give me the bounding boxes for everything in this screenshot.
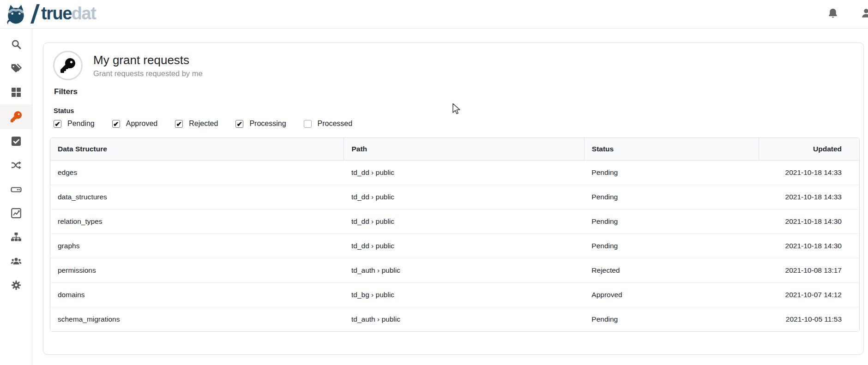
cell-data-structure: edges bbox=[50, 161, 344, 185]
user-menu-button[interactable] bbox=[860, 7, 868, 21]
topbar-actions bbox=[827, 0, 868, 29]
page-title: My grant requests bbox=[93, 53, 203, 67]
status-filter-row: ✔Pending✔Approved✔Rejected✔ProcessingPro… bbox=[54, 120, 863, 128]
sidebar-item-users[interactable] bbox=[0, 249, 32, 273]
checkbox-empty[interactable] bbox=[304, 120, 312, 128]
column-header-data-structure: Data Structure bbox=[50, 138, 344, 161]
cell-status: Pending bbox=[584, 185, 759, 209]
cell-path: td_auth › public bbox=[344, 258, 584, 283]
table-head: Data StructurePathStatusUpdated bbox=[50, 138, 859, 161]
cell-data-structure: domains bbox=[50, 283, 344, 307]
brand-wordmark: truedat bbox=[41, 5, 96, 24]
checkmark-icon[interactable]: ✔ bbox=[235, 120, 243, 128]
cell-updated: 2021-10-05 11:53 bbox=[759, 307, 859, 332]
sidebar-item-analytics[interactable] bbox=[0, 201, 32, 225]
cell-updated: 2021-10-18 14:33 bbox=[759, 161, 859, 185]
cell-path: td_bg › public bbox=[344, 283, 584, 307]
sidebar-item-structures[interactable] bbox=[0, 225, 32, 249]
truedat-logo[interactable]: truedat bbox=[5, 4, 96, 25]
cell-status: Pending bbox=[584, 234, 759, 258]
cell-status: Pending bbox=[584, 209, 759, 234]
table-row[interactable]: domainstd_bg › publicApproved2021-10-07 … bbox=[50, 283, 859, 307]
table-row[interactable]: edgestd_dd › publicPending2021-10-18 14:… bbox=[50, 161, 859, 185]
filters-label: Filters bbox=[54, 87, 863, 96]
top-bar: truedat bbox=[0, 0, 868, 29]
content-area: My grant requests Grant requests request… bbox=[32, 29, 868, 365]
cell-updated: 2021-10-08 13:17 bbox=[759, 258, 859, 283]
page-header-text: My grant requests Grant requests request… bbox=[93, 53, 203, 78]
sidebar-item-grants[interactable] bbox=[0, 104, 32, 129]
main-layout: My grant requests Grant requests request… bbox=[0, 29, 868, 365]
key-icon bbox=[60, 58, 75, 73]
chart-line-icon bbox=[11, 208, 22, 219]
sidebar-item-sources[interactable] bbox=[0, 177, 32, 201]
owl-logo-icon bbox=[5, 4, 28, 25]
cell-updated: 2021-10-18 14:30 bbox=[759, 234, 859, 258]
check-square-icon bbox=[11, 136, 22, 147]
table-row[interactable]: data_structurestd_dd › publicPending2021… bbox=[50, 185, 859, 209]
sitemap-icon bbox=[11, 232, 22, 243]
cell-status: Rejected bbox=[584, 258, 759, 283]
table-row[interactable]: schema_migrationstd_auth › publicPending… bbox=[50, 307, 859, 332]
drive-icon bbox=[11, 184, 22, 195]
column-header-status: Status bbox=[584, 138, 759, 161]
slash-glyph bbox=[30, 4, 40, 24]
page-header: My grant requests Grant requests request… bbox=[43, 43, 863, 80]
sidebar bbox=[0, 29, 32, 365]
cell-path: td_dd › public bbox=[344, 234, 584, 258]
cell-status: Pending bbox=[584, 307, 759, 332]
table-row[interactable]: relation_typestd_dd › publicPending2021-… bbox=[50, 209, 859, 234]
notifications-button[interactable] bbox=[827, 7, 839, 21]
cell-data-structure: relation_types bbox=[50, 209, 344, 234]
column-header-path: Path bbox=[344, 138, 584, 161]
cell-data-structure: schema_migrations bbox=[50, 307, 344, 332]
status-filter-pending[interactable]: ✔Pending bbox=[54, 120, 95, 128]
status-filter-approved[interactable]: ✔Approved bbox=[112, 120, 158, 128]
cell-updated: 2021-10-07 14:12 bbox=[759, 283, 859, 307]
checkmark-icon[interactable]: ✔ bbox=[54, 120, 61, 128]
checkmark-icon[interactable]: ✔ bbox=[112, 120, 120, 128]
cell-path: td_dd › public bbox=[344, 161, 584, 185]
sidebar-item-glossary[interactable] bbox=[0, 56, 32, 80]
status-filter-processing[interactable]: ✔Processing bbox=[235, 120, 286, 128]
tags-icon bbox=[11, 63, 22, 74]
table-row[interactable]: permissionstd_auth › publicRejected2021-… bbox=[50, 258, 859, 283]
status-filter-processed[interactable]: Processed bbox=[304, 120, 353, 128]
users-icon bbox=[11, 256, 22, 267]
table-body: edgestd_dd › publicPending2021-10-18 14:… bbox=[50, 161, 859, 332]
sidebar-item-settings[interactable] bbox=[0, 273, 32, 297]
shuffle-icon bbox=[11, 160, 22, 171]
cell-data-structure: permissions bbox=[50, 258, 344, 283]
cell-path: td_auth › public bbox=[344, 307, 584, 332]
sidebar-item-quality[interactable] bbox=[0, 129, 32, 153]
cell-status: Approved bbox=[584, 283, 759, 307]
table-row[interactable]: graphstd_dd › publicPending2021-10-18 14… bbox=[50, 234, 859, 258]
sidebar-item-search[interactable] bbox=[0, 32, 32, 56]
grant-requests-card: My grant requests Grant requests request… bbox=[43, 42, 864, 355]
status-filter-rejected[interactable]: ✔Rejected bbox=[175, 120, 218, 128]
search-icon bbox=[11, 39, 22, 50]
cell-path: td_dd › public bbox=[344, 209, 584, 234]
cell-status: Pending bbox=[584, 161, 759, 185]
cell-updated: 2021-10-18 14:33 bbox=[759, 185, 859, 209]
cell-updated: 2021-10-18 14:30 bbox=[759, 209, 859, 234]
user-icon bbox=[860, 7, 868, 19]
grid-icon bbox=[11, 87, 22, 98]
status-filter-label: Status bbox=[54, 107, 863, 114]
sidebar-item-lineage[interactable] bbox=[0, 153, 32, 177]
page-header-avatar bbox=[53, 51, 83, 80]
checkmark-icon[interactable]: ✔ bbox=[175, 120, 183, 128]
grant-requests-table: Data StructurePathStatusUpdated edgestd_… bbox=[50, 138, 859, 331]
cell-path: td_dd › public bbox=[344, 185, 584, 209]
key-icon bbox=[11, 111, 22, 122]
column-header-updated: Updated bbox=[759, 138, 859, 161]
grant-requests-table-wrap: Data StructurePathStatusUpdated edgestd_… bbox=[50, 138, 860, 332]
gear-icon bbox=[11, 280, 22, 291]
table-header-row: Data StructurePathStatusUpdated bbox=[50, 138, 859, 161]
cell-data-structure: data_structures bbox=[50, 185, 344, 209]
cell-data-structure: graphs bbox=[50, 234, 344, 258]
page-subtitle: Grant requests requested by me bbox=[93, 69, 203, 78]
sidebar-item-dashboard[interactable] bbox=[0, 80, 32, 104]
bell-icon bbox=[827, 7, 839, 19]
